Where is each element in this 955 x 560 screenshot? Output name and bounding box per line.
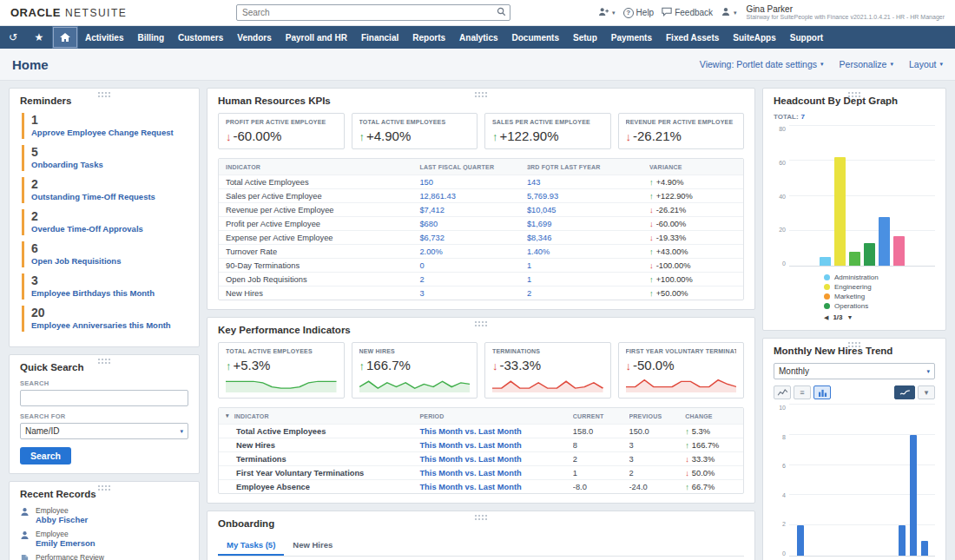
chart-style-button[interactable]: [894, 385, 915, 399]
nav-item-payroll-and-hr[interactable]: Payroll and HR: [279, 26, 354, 49]
reminder-label[interactable]: Employee Birthdays this Month: [31, 288, 188, 298]
nav-item-suiteapps[interactable]: SuiteApps: [726, 26, 782, 49]
period-cell[interactable]: This Month vs. Last Month: [419, 469, 572, 478]
kpi-box-first-year-voluntary-terminations[interactable]: FIRST YEAR VOLUNTARY TERMINATIONS↓-50.0%: [618, 342, 745, 399]
filter-caret-icon[interactable]: ▾: [226, 412, 229, 419]
kpi-box-total-active-employees[interactable]: TOTAL ACTIVE EMPLOYEES↑+4.90%: [352, 113, 478, 149]
nav-item-setup[interactable]: Setup: [566, 26, 604, 49]
kpi-box-sales-per-active-employee[interactable]: SALES PER ACTIVE EMPLOYEE↑+122.90%: [484, 113, 611, 149]
prior-quarter-cell[interactable]: $8,346: [527, 234, 649, 242]
recent-record-item[interactable]: EmployeeAbby Fischer: [20, 506, 188, 524]
nav-item-activities[interactable]: Activities: [78, 26, 130, 49]
drag-handle-icon[interactable]: [474, 320, 488, 326]
last-fiscal-quarter-cell[interactable]: $680: [419, 220, 526, 228]
reminder-item[interactable]: 1Approve Employee Change Request: [22, 113, 188, 139]
recent-record-item[interactable]: EmployeeEmily Emerson: [20, 530, 188, 548]
reminder-label[interactable]: Overdue Time-Off Approvals: [31, 224, 188, 234]
legend-item-administration[interactable]: Administration: [824, 273, 935, 281]
recent-record-link[interactable]: Abby Fischer: [36, 515, 88, 524]
legend-item-operations[interactable]: Operations: [824, 302, 935, 310]
reminder-label[interactable]: Outstanding Time-Off Requests: [31, 192, 188, 201]
chart-options-caret[interactable]: ▾: [918, 385, 935, 399]
feedback-button[interactable]: Feedback: [662, 7, 713, 18]
nav-item-customers[interactable]: Customers: [171, 26, 230, 49]
drag-handle-icon[interactable]: [847, 341, 861, 347]
nav-item-vendors[interactable]: Vendors: [230, 26, 278, 49]
prior-quarter-cell[interactable]: 1: [527, 275, 649, 284]
reminder-item[interactable]: 3Employee Birthdays this Month: [22, 273, 188, 300]
nav-item-analytics[interactable]: Analytics: [452, 26, 504, 49]
reminder-label[interactable]: Employee Anniversaries this Month: [31, 320, 188, 330]
chart-bar[interactable]: [893, 236, 905, 266]
reminder-item[interactable]: 6Open Job Requisitions: [22, 241, 188, 267]
chart-bar[interactable]: [921, 541, 928, 556]
drag-handle-icon[interactable]: [97, 91, 111, 97]
search-icon[interactable]: [497, 7, 506, 18]
reminder-item[interactable]: 2Overdue Time-Off Approvals: [22, 209, 188, 235]
last-fiscal-quarter-cell[interactable]: 12,861.43: [419, 192, 526, 201]
last-fiscal-quarter-cell[interactable]: $7,412: [419, 206, 526, 214]
nav-item-billing[interactable]: Billing: [130, 26, 171, 49]
prior-quarter-cell[interactable]: 1: [527, 261, 649, 270]
recent-record-item[interactable]: Performance ReviewFY21 Midyear Check In: [20, 553, 188, 560]
personalize-link[interactable]: Personalize▾: [840, 59, 893, 69]
viewing-portlet-date-settings-link[interactable]: Viewing: Portlet date settings▾: [700, 59, 824, 69]
page-menu-caret-icon[interactable]: ▼: [847, 314, 853, 320]
previous-page-icon[interactable]: ◀: [824, 314, 828, 321]
nav-item-documents[interactable]: Documents: [505, 26, 566, 49]
shortcuts-star-icon[interactable]: ★: [26, 26, 52, 49]
legend-item-engineering[interactable]: Engineering: [824, 283, 935, 291]
last-fiscal-quarter-cell[interactable]: 0: [419, 261, 526, 270]
last-fiscal-quarter-cell[interactable]: 3: [419, 289, 526, 298]
chart-bar[interactable]: [879, 217, 890, 266]
drag-handle-icon[interactable]: [474, 514, 488, 520]
chart-bar[interactable]: [910, 435, 917, 556]
period-select[interactable]: Monthly ▾: [774, 363, 935, 379]
period-cell[interactable]: This Month vs. Last Month: [419, 427, 572, 436]
period-cell[interactable]: This Month vs. Last Month: [419, 455, 572, 464]
legend-item-marketing[interactable]: Marketing: [824, 293, 935, 300]
chart-bar[interactable]: [834, 157, 846, 266]
reminder-label[interactable]: Open Job Requisitions: [31, 256, 188, 266]
chart-bar[interactable]: [797, 525, 804, 556]
nav-item-support[interactable]: Support: [783, 26, 830, 49]
prior-quarter-cell[interactable]: 5,769.93: [527, 192, 649, 201]
list-view-toggle[interactable]: ≡: [794, 385, 811, 399]
bar-chart-toggle[interactable]: [813, 385, 831, 399]
nav-item-payments[interactable]: Payments: [604, 26, 659, 49]
drag-handle-icon[interactable]: [97, 484, 111, 491]
help-menu[interactable]: ? Help: [623, 8, 655, 18]
last-fiscal-quarter-cell[interactable]: $6,732: [419, 234, 526, 242]
quick-search-input[interactable]: [20, 390, 188, 406]
prior-quarter-cell[interactable]: 1.40%: [527, 247, 649, 256]
reminder-item[interactable]: 20Employee Anniversaries this Month: [22, 306, 188, 332]
tab-new-hires[interactable]: New Hires: [284, 536, 341, 556]
kpi-box-new-hires[interactable]: NEW HIRES↑166.7%: [352, 342, 478, 399]
prior-quarter-cell[interactable]: $1,699: [527, 220, 649, 228]
kpi-box-profit-per-active-employee[interactable]: PROFIT PER ACTIVE EMPLOYEE↓-60.00%: [218, 113, 345, 149]
last-fiscal-quarter-cell[interactable]: 2: [419, 275, 526, 284]
drag-handle-icon[interactable]: [97, 358, 111, 364]
recent-record-link[interactable]: Emily Emerson: [36, 538, 96, 548]
layout-link[interactable]: Layout▾: [909, 59, 943, 69]
prior-quarter-cell[interactable]: $10,045: [527, 206, 649, 214]
nav-item-reports[interactable]: Reports: [405, 26, 452, 49]
prior-quarter-cell[interactable]: 143: [527, 178, 649, 187]
tab-my-tasks-5[interactable]: My Tasks (5): [218, 536, 284, 556]
create-new-menu[interactable]: ▾: [598, 7, 616, 18]
reminder-item[interactable]: 2Outstanding Time-Off Requests: [22, 177, 188, 203]
kpi-box-terminations[interactable]: TERMINATIONS↓-33.3%: [484, 342, 611, 399]
kpi-box-total-active-employees[interactable]: TOTAL ACTIVE EMPLOYEES↑+5.3%: [218, 342, 345, 399]
global-search-input[interactable]: [237, 8, 497, 17]
chart-bar[interactable]: [820, 257, 831, 266]
reminder-label[interactable]: Onboarding Tasks: [31, 160, 188, 169]
line-chart-toggle[interactable]: [774, 385, 791, 399]
period-cell[interactable]: This Month vs. Last Month: [419, 483, 572, 491]
drag-handle-icon[interactable]: [847, 91, 861, 97]
reminder-item[interactable]: 5Onboarding Tasks: [22, 145, 188, 171]
user-menu[interactable]: ▾: [721, 7, 737, 18]
chart-bar[interactable]: [849, 252, 860, 266]
prior-quarter-cell[interactable]: 2: [527, 289, 649, 298]
nav-item-financial[interactable]: Financial: [354, 26, 405, 49]
last-fiscal-quarter-cell[interactable]: 2.00%: [419, 247, 526, 256]
